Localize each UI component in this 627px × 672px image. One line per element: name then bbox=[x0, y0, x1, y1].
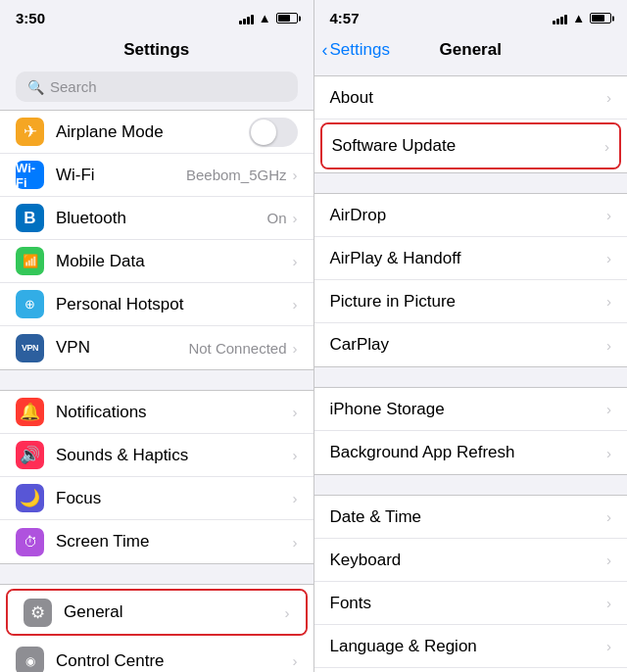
right-page-title: General bbox=[440, 40, 502, 60]
sounds-label: Sounds & Haptics bbox=[56, 446, 293, 465]
notifications-row[interactable]: 🔔 Notifications › bbox=[0, 391, 314, 434]
right-panel: 4:57 ▲ ‹ Settings General About bbox=[314, 0, 628, 672]
fonts-row[interactable]: Fonts › bbox=[314, 582, 628, 625]
screentime-row[interactable]: ⏱ Screen Time › bbox=[0, 520, 314, 563]
left-page-header: Settings bbox=[0, 32, 314, 68]
mobile-row[interactable]: 📶 Mobile Data › bbox=[0, 240, 314, 283]
keyboard-row[interactable]: Keyboard › bbox=[314, 539, 628, 582]
back-label: Settings bbox=[330, 40, 390, 60]
notifications-icon: 🔔 bbox=[16, 398, 44, 426]
right-signal-icon bbox=[553, 13, 567, 24]
search-placeholder: Search bbox=[50, 78, 97, 95]
language-row[interactable]: Language & Region › bbox=[314, 625, 628, 668]
mobile-chevron: › bbox=[293, 253, 298, 269]
right-status-icons: ▲ bbox=[553, 11, 611, 25]
left-status-icons: ▲ bbox=[239, 11, 298, 25]
general-row[interactable]: ⚙ General › bbox=[8, 591, 306, 634]
hotspot-row[interactable]: ⊕ Personal Hotspot › bbox=[0, 283, 314, 326]
general-chevron: › bbox=[285, 604, 290, 621]
background-refresh-label: Background App Refresh bbox=[330, 443, 607, 462]
iphone-storage-chevron: › bbox=[606, 401, 611, 417]
about-row[interactable]: About › bbox=[314, 76, 628, 120]
fonts-label: Fonts bbox=[330, 594, 607, 613]
hotspot-label: Personal Hotspot bbox=[56, 295, 293, 314]
background-refresh-row[interactable]: Background App Refresh › bbox=[314, 431, 628, 474]
about-chevron: › bbox=[606, 89, 611, 106]
airplay-label: AirPlay & Handoff bbox=[330, 249, 607, 268]
bluetooth-value: On bbox=[266, 210, 286, 226]
vpn-row[interactable]: VPN VPN Not Connected › bbox=[0, 326, 314, 369]
background-refresh-chevron: › bbox=[606, 445, 611, 461]
iphone-storage-row[interactable]: iPhone Storage › bbox=[314, 388, 628, 431]
sounds-chevron: › bbox=[293, 447, 298, 463]
wifi-row-icon: Wi-Fi bbox=[16, 161, 44, 189]
back-button[interactable]: ‹ Settings bbox=[322, 40, 390, 61]
right-status-bar: 4:57 ▲ bbox=[314, 0, 628, 32]
software-update-row[interactable]: Software Update › bbox=[322, 124, 620, 168]
datetime-row[interactable]: Date & Time › bbox=[314, 496, 628, 539]
notifications-chevron: › bbox=[293, 404, 298, 420]
right-time: 4:57 bbox=[330, 10, 360, 26]
bluetooth-label: Bluetooth bbox=[56, 209, 266, 228]
airplay-chevron: › bbox=[606, 250, 611, 266]
keyboard-chevron: › bbox=[606, 552, 611, 568]
software-update-highlight: Software Update › bbox=[320, 122, 622, 169]
datetime-chevron: › bbox=[606, 508, 611, 525]
datetime-label: Date & Time bbox=[330, 507, 607, 527]
left-status-bar: 3:50 ▲ bbox=[0, 0, 314, 32]
general-highlighted-wrapper: ⚙ General › bbox=[6, 589, 308, 636]
software-update-chevron: › bbox=[604, 138, 609, 155]
general-icon: ⚙ bbox=[24, 599, 52, 627]
general-label: General bbox=[64, 602, 285, 622]
wifi-label: Wi-Fi bbox=[56, 166, 186, 185]
search-icon: 🔍 bbox=[27, 79, 44, 95]
carplay-chevron: › bbox=[606, 337, 611, 354]
network-group: ✈ Airplane Mode Wi-Fi Wi-Fi Beebom_5GHz … bbox=[0, 110, 314, 370]
carplay-row[interactable]: CarPlay › bbox=[314, 323, 628, 366]
airdrop-label: AirDrop bbox=[330, 206, 607, 225]
right-wifi-icon: ▲ bbox=[572, 11, 585, 25]
screentime-icon: ⏱ bbox=[16, 528, 44, 556]
carplay-label: CarPlay bbox=[330, 335, 607, 355]
airplane-icon: ✈ bbox=[16, 118, 44, 146]
control-chevron: › bbox=[293, 652, 298, 669]
focus-chevron: › bbox=[293, 490, 298, 506]
hotspot-icon: ⊕ bbox=[16, 290, 44, 318]
search-bar[interactable]: 🔍 Search bbox=[16, 72, 298, 102]
dictionary-row[interactable]: Dictionary › bbox=[314, 668, 628, 672]
airdrop-group: AirDrop › AirPlay & Handoff › Picture in… bbox=[314, 193, 628, 367]
wifi-chevron: › bbox=[293, 167, 298, 183]
control-row[interactable]: ◉ Control Centre › bbox=[0, 640, 314, 672]
back-chevron-icon: ‹ bbox=[322, 40, 328, 61]
sounds-icon: 🔊 bbox=[16, 441, 44, 469]
focus-label: Focus bbox=[56, 489, 293, 508]
hotspot-chevron: › bbox=[293, 296, 298, 312]
wifi-value: Beebom_5GHz bbox=[186, 167, 287, 183]
airdrop-row[interactable]: AirDrop › bbox=[314, 194, 628, 237]
left-panel: 3:50 ▲ Settings 🔍 Search ✈ Airplan bbox=[0, 0, 314, 672]
airplane-label: Airplane Mode bbox=[56, 122, 249, 142]
pip-label: Picture in Picture bbox=[330, 292, 607, 312]
wifi-row[interactable]: Wi-Fi Wi-Fi Beebom_5GHz › bbox=[0, 154, 314, 197]
vpn-value: Not Connected bbox=[188, 340, 286, 357]
focus-row[interactable]: 🌙 Focus › bbox=[0, 477, 314, 520]
bluetooth-icon: B bbox=[16, 204, 44, 232]
sounds-row[interactable]: 🔊 Sounds & Haptics › bbox=[0, 434, 314, 477]
left-scroll[interactable]: ✈ Airplane Mode Wi-Fi Wi-Fi Beebom_5GHz … bbox=[0, 110, 314, 672]
bluetooth-row[interactable]: B Bluetooth On › bbox=[0, 197, 314, 240]
battery-icon bbox=[276, 13, 298, 24]
airplane-row[interactable]: ✈ Airplane Mode bbox=[0, 111, 314, 154]
iphone-storage-label: iPhone Storage bbox=[330, 400, 607, 419]
about-label: About bbox=[330, 88, 607, 108]
airplane-toggle[interactable] bbox=[249, 118, 298, 147]
vpn-icon: VPN bbox=[16, 334, 44, 362]
keyboard-label: Keyboard bbox=[330, 551, 607, 570]
vpn-label: VPN bbox=[56, 338, 188, 358]
right-scroll[interactable]: About › Software Update › AirDrop › Air bbox=[314, 68, 628, 672]
airplay-row[interactable]: AirPlay & Handoff › bbox=[314, 237, 628, 280]
fonts-chevron: › bbox=[606, 595, 611, 611]
pip-row[interactable]: Picture in Picture › bbox=[314, 280, 628, 323]
control-icon: ◉ bbox=[16, 647, 44, 672]
airdrop-chevron: › bbox=[606, 207, 611, 223]
mobile-icon: 📶 bbox=[16, 247, 44, 275]
